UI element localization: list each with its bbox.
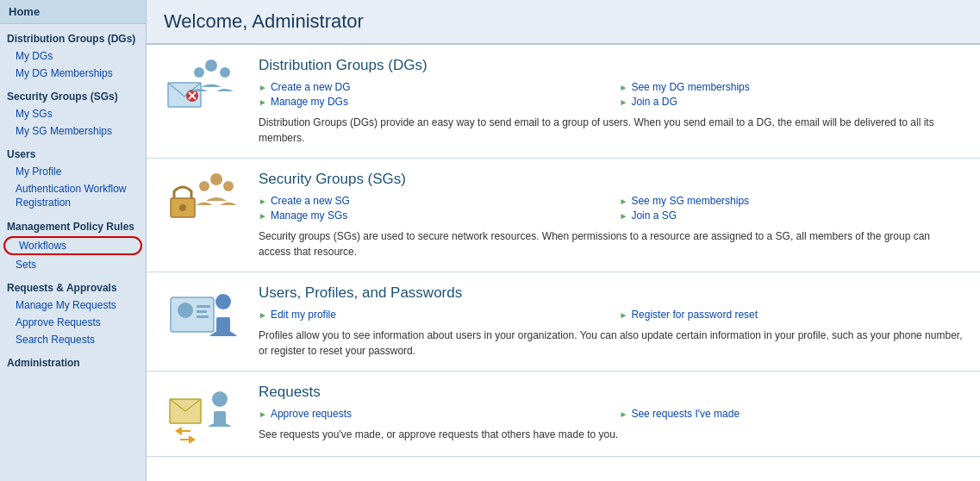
sidebar-item-manage-requests[interactable]: Manage My Requests [0, 297, 146, 314]
svg-point-10 [179, 204, 186, 211]
sidebar-section-admin: Administration [0, 352, 146, 372]
svg-point-15 [178, 303, 193, 318]
dg-content: Distribution Groups (DGs) ► Create a new… [259, 57, 963, 146]
sidebar-item-my-dg-memberships[interactable]: My DG Memberships [0, 65, 146, 82]
sg-description: Security groups (SGs) are used to secure… [259, 228, 963, 259]
svg-point-6 [205, 59, 217, 72]
users-description: Profiles allow you to see information ab… [259, 328, 963, 359]
sidebar-item-my-sg-memberships[interactable]: My SG Memberships [0, 122, 146, 140]
svg-rect-25 [214, 411, 226, 427]
sidebar-section-sg: Security Groups (SGs) [0, 85, 146, 105]
arrow-icon: ► [620, 211, 628, 221]
link-manage-dgs[interactable]: ► Manage my DGs [259, 96, 602, 108]
svg-point-8 [194, 67, 204, 78]
svg-point-12 [223, 181, 234, 191]
sidebar-item-auth-workflow[interactable]: Authentication Workflow Registration [0, 180, 146, 212]
arrow-icon: ► [620, 97, 628, 107]
arrow-icon: ► [259, 83, 267, 92]
sidebar-item-approve-requests[interactable]: Approve Requests [0, 314, 146, 331]
sidebar-section-dg: Distribution Groups (DGs) [0, 28, 146, 47]
section-requests: Requests ► Approve requests ► See reques… [147, 372, 980, 457]
users-content: Users, Profiles, and Passwords ► Edit my… [259, 284, 963, 359]
link-see-sg-memberships[interactable]: ► See my SG memberships [620, 195, 964, 207]
svg-point-11 [210, 173, 222, 185]
section-sg: Security Groups (SGs) ► Create a new SG … [147, 159, 980, 272]
sidebar-item-my-profile[interactable]: My Profile [0, 163, 146, 180]
link-see-requests-made[interactable]: ► See requests I've made [620, 408, 964, 420]
requests-content: Requests ► Approve requests ► See reques… [259, 384, 963, 442]
link-create-dg[interactable]: ► Create a new DG [259, 81, 602, 93]
svg-point-13 [199, 181, 209, 191]
svg-rect-17 [197, 310, 207, 313]
arrow-icon: ► [620, 310, 628, 320]
section-users: Users, Profiles, and Passwords ► Edit my… [147, 272, 980, 372]
requests-icon [164, 384, 241, 444]
svg-marker-27 [180, 435, 196, 444]
link-approve-requests[interactable]: ► Approve requests [259, 408, 602, 420]
link-join-sg[interactable]: ► Join a SG [620, 209, 964, 222]
page-title: Welcome, Administrator [164, 10, 963, 33]
dg-title: Distribution Groups (DGs) [259, 57, 963, 74]
sidebar: Home Distribution Groups (DGs) My DGs My… [0, 0, 147, 481]
arrow-icon: ► [620, 409, 628, 419]
sg-icon [164, 171, 241, 231]
requests-links: ► Approve requests ► See requests I've m… [259, 408, 963, 420]
sidebar-item-sets[interactable]: Sets [0, 256, 146, 273]
section-dg: Distribution Groups (DGs) ► Create a new… [147, 45, 980, 159]
dg-description: Distribution Groups (DGs) provide an eas… [259, 115, 963, 146]
svg-rect-14 [171, 297, 214, 332]
arrow-icon: ► [259, 197, 267, 206]
requests-title: Requests [259, 384, 963, 401]
main-header: Welcome, Administrator [147, 0, 980, 45]
sidebar-item-search-requests[interactable]: Search Requests [0, 331, 146, 348]
arrow-icon: ► [620, 197, 628, 206]
sidebar-home[interactable]: Home [0, 0, 146, 24]
svg-rect-16 [197, 305, 210, 308]
link-edit-profile[interactable]: ► Edit my profile [259, 309, 602, 321]
svg-point-19 [215, 294, 231, 309]
svg-rect-20 [216, 317, 230, 334]
sg-content: Security Groups (SGs) ► Create a new SG … [259, 171, 963, 259]
svg-rect-18 [197, 315, 209, 318]
main-content: Welcome, Administrator [147, 0, 980, 481]
sg-links: ► Create a new SG ► See my SG membership… [259, 195, 963, 222]
arrow-icon: ► [259, 310, 267, 320]
sidebar-item-workflows[interactable]: Workflows [3, 236, 142, 255]
requests-description: See requests you've made, or approve req… [259, 427, 963, 442]
link-create-sg[interactable]: ► Create a new SG [259, 195, 602, 207]
link-see-dg-memberships[interactable]: ► See my DG memberships [620, 81, 964, 93]
arrow-icon: ► [259, 97, 267, 107]
users-title: Users, Profiles, and Passwords [259, 284, 963, 302]
svg-point-7 [220, 67, 230, 78]
sidebar-item-my-sgs[interactable]: My SGs [0, 105, 146, 122]
users-links: ► Edit my profile ► Register for passwor… [259, 309, 963, 321]
sg-title: Security Groups (SGs) [259, 171, 963, 188]
arrow-icon: ► [259, 409, 267, 419]
svg-point-24 [212, 391, 228, 407]
dg-icon [164, 57, 241, 117]
link-manage-sgs[interactable]: ► Manage my SGs [259, 209, 602, 222]
users-icon [164, 284, 241, 345]
svg-marker-26 [175, 427, 190, 435]
link-register-password[interactable]: ► Register for password reset [620, 309, 964, 321]
arrow-icon: ► [620, 83, 628, 92]
dg-links: ► Create a new DG ► See my DG membership… [259, 81, 963, 108]
sidebar-item-my-dgs[interactable]: My DGs [0, 47, 146, 65]
sidebar-section-mpr: Management Policy Rules [0, 216, 146, 235]
sidebar-section-requests: Requests & Approvals [0, 277, 146, 297]
link-join-dg[interactable]: ► Join a DG [620, 96, 964, 108]
arrow-icon: ► [259, 211, 267, 221]
sidebar-section-users: Users [0, 143, 146, 163]
